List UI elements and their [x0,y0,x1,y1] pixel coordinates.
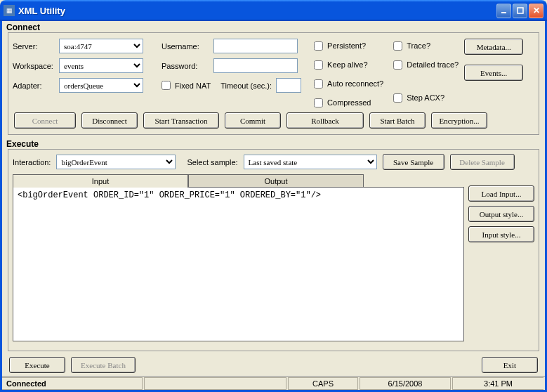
workspace-label: Workspace: [13,62,56,70]
step-acx-checkbox[interactable] [393,93,402,103]
start-transaction-button[interactable]: Start Transaction [143,112,219,129]
username-label: Username: [162,42,211,51]
trace-checkbox[interactable] [393,41,402,51]
execute-batch-button[interactable]: Execute Batch [71,357,136,373]
minimize-button[interactable] [496,4,511,18]
interaction-label: Interaction: [13,158,51,166]
rollback-button[interactable]: Rollback [286,112,364,129]
timeout-input[interactable] [276,78,301,93]
status-spacer [144,377,286,390]
connect-panel: Server:soa:4747 Workspace:events Adapter… [8,32,539,135]
fixed-nat-label: Fixed NAT [175,81,211,90]
tab-output[interactable]: Output [188,174,364,188]
compressed-checkbox[interactable] [314,98,323,107]
status-connected: Connected [2,377,143,390]
window-title: XML Utility [18,6,496,16]
adapter-label: Adapter: [13,81,56,90]
save-sample-button[interactable]: Save Sample [383,154,444,170]
input-style-button[interactable]: Input style... [468,226,534,242]
xml-content: <bigOrderEvent ORDER_ID="1" ORDER_PRICE=… [18,190,321,200]
exit-button[interactable]: Exit [482,357,538,373]
svg-rect-0 [501,12,506,13]
compressed-label: Compressed [327,98,371,107]
step-acx-label: Step ACX? [407,93,444,102]
tab-input[interactable]: Input [13,174,188,188]
statusbar: Connected CAPS 6/15/2008 3:41 PM [2,376,545,390]
app-icon: ▦ [4,5,15,16]
encryption-button[interactable]: Encryption... [431,112,487,129]
start-batch-button[interactable]: Start Batch [369,112,426,129]
interaction-select[interactable]: bigOrderEvent [56,155,176,169]
connect-button[interactable]: Connect [14,112,76,129]
connect-legend: Connect [2,21,545,32]
persistent-label: Persistent? [327,41,366,50]
password-input[interactable] [213,58,298,73]
fixed-nat-checkbox[interactable] [162,81,171,90]
server-label: Server: [13,42,56,51]
svg-rect-1 [518,8,523,13]
metadata-button[interactable]: Metadata... [464,39,523,55]
autoreconnect-label: Auto reconnect? [327,79,383,88]
execute-button[interactable]: Execute [9,357,65,373]
output-style-button[interactable]: Output style... [468,206,534,222]
status-time: 3:41 PM [452,377,543,390]
persistent-checkbox[interactable] [314,41,323,51]
select-sample-select[interactable]: Last saved state [244,155,377,169]
username-input[interactable] [213,39,298,53]
maximize-button[interactable] [513,4,527,18]
server-select[interactable]: soa:4747 [59,39,143,53]
trace-label: Trace? [407,41,430,50]
delete-sample-button[interactable]: Delete Sample [450,154,515,170]
close-button[interactable]: ✕ [529,4,543,18]
keepalive-checkbox[interactable] [314,60,323,70]
keepalive-label: Keep alive? [327,60,368,69]
adapter-select[interactable]: ordersQueue [59,78,143,93]
workspace-select[interactable]: events [59,58,143,73]
load-input-button[interactable]: Load Input... [468,185,534,202]
status-caps: CAPS [288,377,358,390]
disconnect-button[interactable]: Disconnect [81,112,138,129]
commit-button[interactable]: Commit [225,112,281,129]
timeout-label: Timeout (sec.): [220,81,272,90]
select-sample-label: Select sample: [187,158,237,166]
status-date: 6/15/2008 [360,377,451,390]
password-label: Password: [162,62,211,70]
xml-editor[interactable]: <bigOrderEvent ORDER_ID="1" ORDER_PRICE=… [13,187,464,341]
detailed-trace-checkbox[interactable] [393,60,402,70]
titlebar: ▦ XML Utility ✕ [0,0,547,21]
execute-panel: Interaction: bigOrderEvent Select sample… [8,149,539,351]
detailed-trace-label: Detailed trace? [407,60,459,69]
events-button[interactable]: Events... [464,65,523,81]
autoreconnect-checkbox[interactable] [314,79,323,89]
execute-legend: Execute [2,138,545,149]
